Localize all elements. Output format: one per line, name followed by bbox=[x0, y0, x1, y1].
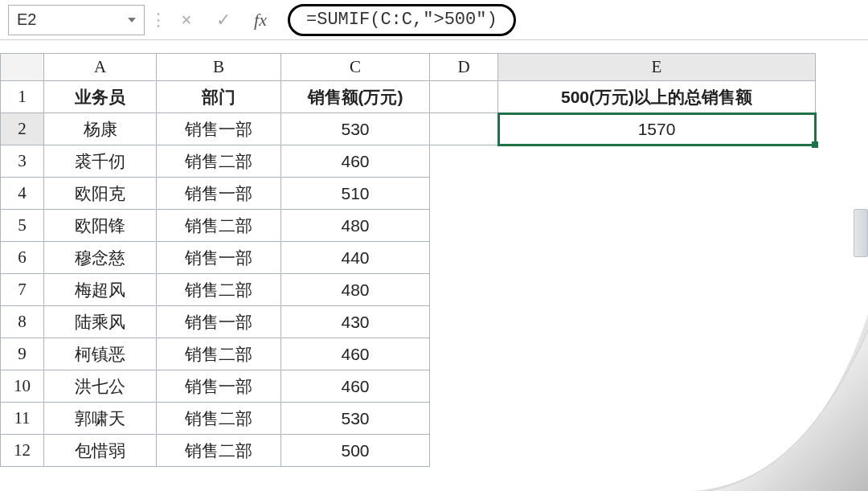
cell-E12[interactable] bbox=[498, 435, 816, 467]
cell-C9[interactable]: 460 bbox=[281, 338, 430, 370]
data-row-2: 2 杨康 销售一部 530 1570 bbox=[1, 113, 816, 145]
cell-E3[interactable] bbox=[498, 145, 816, 178]
cell-A3[interactable]: 裘千仞 bbox=[44, 145, 157, 178]
cell-A7[interactable]: 梅超风 bbox=[44, 274, 157, 306]
cell-B8[interactable]: 销售一部 bbox=[157, 306, 281, 338]
cell-A11[interactable]: 郭啸天 bbox=[44, 403, 157, 435]
cell-C7[interactable]: 480 bbox=[281, 274, 430, 306]
row-header-3[interactable]: 3 bbox=[1, 145, 44, 178]
cell-C11[interactable]: 530 bbox=[281, 403, 430, 435]
row-header-8[interactable]: 8 bbox=[1, 306, 44, 338]
col-header-D[interactable]: D bbox=[430, 54, 498, 81]
cell-B9[interactable]: 销售二部 bbox=[157, 338, 281, 370]
cell-A1[interactable]: 业务员 bbox=[44, 81, 157, 113]
cell-C12[interactable]: 500 bbox=[281, 435, 430, 467]
row-header-10[interactable]: 10 bbox=[1, 370, 44, 403]
row-header-12[interactable]: 12 bbox=[1, 435, 44, 467]
row-header-4[interactable]: 4 bbox=[1, 178, 44, 210]
cell-E6[interactable] bbox=[498, 242, 816, 274]
cancel-button[interactable]: × bbox=[170, 10, 203, 31]
cell-B4[interactable]: 销售一部 bbox=[157, 178, 281, 210]
cell-D7[interactable] bbox=[430, 274, 498, 306]
cell-D3[interactable] bbox=[430, 145, 498, 178]
cell-D9[interactable] bbox=[430, 338, 498, 370]
cell-A4[interactable]: 欧阳克 bbox=[44, 178, 157, 210]
cell-B12[interactable]: 销售二部 bbox=[157, 435, 281, 467]
data-row-4: 4 欧阳克 销售一部 510 bbox=[1, 178, 816, 210]
enter-button[interactable]: ✓ bbox=[207, 10, 240, 31]
cell-D12[interactable] bbox=[430, 435, 498, 467]
cell-D11[interactable] bbox=[430, 403, 498, 435]
cell-D4[interactable] bbox=[430, 178, 498, 210]
cell-C5[interactable]: 480 bbox=[281, 210, 430, 242]
cell-E8[interactable] bbox=[498, 306, 816, 338]
row-header-7[interactable]: 7 bbox=[1, 274, 44, 306]
fx-icon: fx bbox=[254, 10, 267, 30]
cell-E4[interactable] bbox=[498, 178, 816, 210]
col-header-B[interactable]: B bbox=[157, 54, 281, 81]
cell-B2[interactable]: 销售一部 bbox=[157, 113, 281, 145]
cell-A10[interactable]: 洪七公 bbox=[44, 370, 157, 403]
check-icon: ✓ bbox=[216, 10, 231, 30]
select-all-corner[interactable] bbox=[1, 54, 44, 81]
chevron-down-icon[interactable] bbox=[128, 18, 136, 23]
cell-A12[interactable]: 包惜弱 bbox=[44, 435, 157, 467]
cell-E5[interactable] bbox=[498, 210, 816, 242]
cell-C4[interactable]: 510 bbox=[281, 178, 430, 210]
cell-E2[interactable]: 1570 bbox=[498, 113, 816, 145]
data-row-11: 11 郭啸天 销售二部 530 bbox=[1, 403, 816, 435]
data-row-1: 1 业务员 部门 销售额(万元) 500(万元)以上的总销售额 bbox=[1, 81, 816, 113]
cell-E1[interactable]: 500(万元)以上的总销售额 bbox=[498, 81, 816, 113]
vertical-scrollbar[interactable] bbox=[854, 209, 868, 257]
name-box[interactable]: E2 bbox=[8, 5, 145, 35]
row-header-5[interactable]: 5 bbox=[1, 210, 44, 242]
cell-E11[interactable] bbox=[498, 403, 816, 435]
cell-B6[interactable]: 销售一部 bbox=[157, 242, 281, 274]
cell-D5[interactable] bbox=[430, 210, 498, 242]
cell-B7[interactable]: 销售二部 bbox=[157, 274, 281, 306]
col-header-E[interactable]: E bbox=[498, 54, 816, 81]
cell-A8[interactable]: 陆乘风 bbox=[44, 306, 157, 338]
col-header-A[interactable]: A bbox=[44, 54, 157, 81]
cell-D10[interactable] bbox=[430, 370, 498, 403]
col-header-C[interactable]: C bbox=[281, 54, 430, 81]
row-header-2[interactable]: 2 bbox=[1, 113, 44, 145]
cell-E10[interactable] bbox=[498, 370, 816, 403]
cell-C6[interactable]: 440 bbox=[281, 242, 430, 274]
cell-B1[interactable]: 部门 bbox=[157, 81, 281, 113]
cell-E7[interactable] bbox=[498, 274, 816, 306]
row-header-6[interactable]: 6 bbox=[1, 242, 44, 274]
cell-C2[interactable]: 530 bbox=[281, 113, 430, 145]
cell-D8[interactable] bbox=[430, 306, 498, 338]
name-box-value: E2 bbox=[17, 10, 36, 29]
cell-D2[interactable] bbox=[430, 113, 498, 145]
row-header-1[interactable]: 1 bbox=[1, 81, 44, 113]
cell-A5[interactable]: 欧阳锋 bbox=[44, 210, 157, 242]
formula-input[interactable]: =SUMIF(C:C,">500") bbox=[288, 4, 516, 36]
formula-bar: E2 ⋮ × ✓ fx =SUMIF(C:C,">500") bbox=[0, 0, 868, 40]
row-header-9[interactable]: 9 bbox=[1, 338, 44, 370]
cell-E9[interactable] bbox=[498, 338, 816, 370]
cell-C8[interactable]: 430 bbox=[281, 306, 430, 338]
cell-C10[interactable]: 460 bbox=[281, 370, 430, 403]
fx-button[interactable]: fx bbox=[244, 10, 276, 31]
cell-A9[interactable]: 柯镇恶 bbox=[44, 338, 157, 370]
cell-A6[interactable]: 穆念慈 bbox=[44, 242, 157, 274]
data-row-9: 9 柯镇恶 销售二部 460 bbox=[1, 338, 816, 370]
cell-C1[interactable]: 销售额(万元) bbox=[281, 81, 430, 113]
worksheet-grid[interactable]: A B C D E 1 业务员 部门 销售额(万元) 500(万元)以上的总销售… bbox=[0, 53, 868, 467]
column-header-row: A B C D E bbox=[1, 54, 816, 81]
cell-B5[interactable]: 销售二部 bbox=[157, 210, 281, 242]
cell-B10[interactable]: 销售一部 bbox=[157, 370, 281, 403]
cell-A2[interactable]: 杨康 bbox=[44, 113, 157, 145]
data-row-3: 3 裘千仞 销售二部 460 bbox=[1, 145, 816, 178]
cell-B11[interactable]: 销售二部 bbox=[157, 403, 281, 435]
cell-C3[interactable]: 460 bbox=[281, 145, 430, 178]
row-header-11[interactable]: 11 bbox=[1, 403, 44, 435]
separator-icon: ⋮ bbox=[149, 10, 166, 31]
data-row-10: 10 洪七公 销售一部 460 bbox=[1, 370, 816, 403]
data-row-6: 6 穆念慈 销售一部 440 bbox=[1, 242, 816, 274]
cell-D6[interactable] bbox=[430, 242, 498, 274]
cell-D1[interactable] bbox=[430, 81, 498, 113]
cell-B3[interactable]: 销售二部 bbox=[157, 145, 281, 178]
